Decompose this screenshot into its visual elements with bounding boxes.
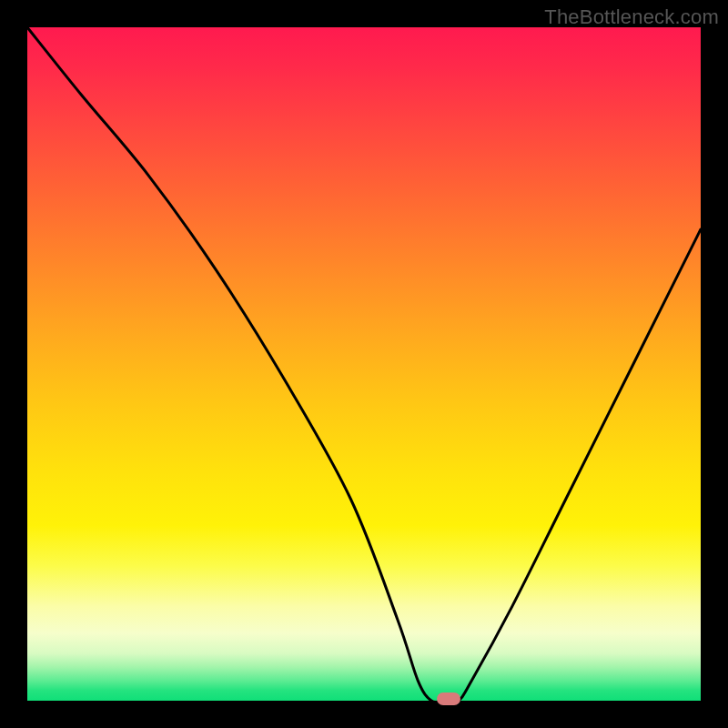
watermark-text: TheBottleneck.com (544, 5, 719, 29)
bottleneck-curve (27, 27, 701, 701)
chart-frame: TheBottleneck.com (0, 0, 728, 728)
optimal-point-marker (437, 693, 460, 705)
plot-area (27, 27, 701, 701)
